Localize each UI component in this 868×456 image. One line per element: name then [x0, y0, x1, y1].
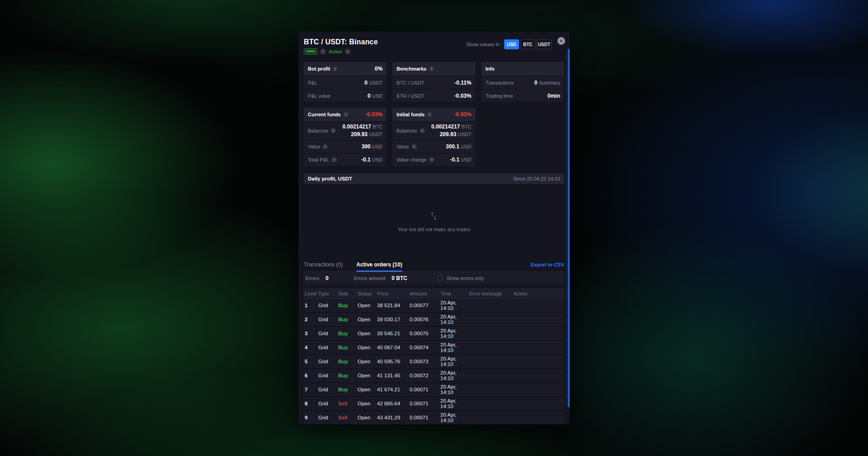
- cell-level: 4: [305, 345, 318, 350]
- modal-header: BTC / USDT: Binance GRID T Active Show v…: [304, 38, 564, 55]
- badges-row: GRID T Active: [304, 48, 378, 55]
- row-label: Total P&L: [308, 157, 337, 162]
- status-badge: Active: [329, 49, 342, 54]
- cell-price: 42 865.64: [377, 401, 410, 406]
- cell-status: Open: [358, 331, 377, 336]
- show-errors-only-label: Show errors only: [447, 276, 484, 281]
- page-title: BTC / USDT: Binance: [304, 38, 378, 46]
- currency-btc-button[interactable]: BTC: [520, 39, 535, 49]
- table-row: 9 Grid Sell Open 43 431.29 0.00071 20 Ap…: [304, 411, 564, 424]
- tab-bar: Transactions (0) Active orders (10) Expo…: [304, 258, 564, 272]
- row-label: Balances: [308, 128, 336, 133]
- cell-price: 43 431.29: [377, 415, 410, 420]
- radio-icon[interactable]: [437, 275, 443, 281]
- column-header: Price: [377, 291, 410, 296]
- cell-price: 39 030.17: [377, 317, 410, 322]
- chart-header: Daily profit, USDT Since 20.04.22 14:10: [304, 173, 564, 184]
- currency-usdt-button[interactable]: USDT: [537, 39, 552, 49]
- cell-price: 40 067.04: [377, 345, 410, 350]
- table-row: 4 Grid Buy Open 40 067.04 0.00074 20 Apr…: [304, 341, 564, 355]
- export-to-csv-link[interactable]: Export to CSV: [531, 258, 564, 271]
- show-errors-only-toggle[interactable]: Show errors only: [437, 275, 484, 281]
- card-title: Current funds: [308, 112, 349, 117]
- cell-time: 20 Apr, 14:10: [440, 328, 469, 339]
- table-row: 8 Grid Sell Open 42 865.64 0.00071 20 Ap…: [304, 397, 564, 411]
- help-icon[interactable]: [332, 66, 338, 71]
- row-value: -0.11%: [454, 80, 471, 86]
- cell-status: Open: [358, 401, 377, 406]
- cell-status: Open: [358, 303, 377, 308]
- tab-active-orders[interactable]: Active orders (10): [356, 258, 402, 271]
- cell-side: Sell: [338, 415, 358, 420]
- card-row: Transactions 0 Summary: [481, 76, 564, 89]
- cell-price: 41 674.21: [377, 387, 410, 392]
- close-icon[interactable]: [557, 37, 565, 45]
- card-row: P&L 0 USDT: [304, 76, 387, 89]
- cell-amount: 0.00076: [410, 317, 440, 322]
- row-label: Value change: [396, 157, 434, 162]
- cell-price: 39 545.21: [377, 331, 410, 336]
- help-icon[interactable]: [429, 157, 434, 162]
- info-card: Info Transactions 0 Summary Trading time…: [481, 62, 564, 102]
- cell-level: 7: [305, 387, 318, 392]
- card-row: Value 300.1 USD: [392, 141, 475, 153]
- column-header: Type: [318, 291, 338, 296]
- cell-type: Grid: [318, 303, 338, 308]
- table-row: 1 Grid Buy Open 38 521.84 0.00077 20 Apr…: [304, 299, 564, 313]
- table-row: 2 Grid Buy Open 39 030.17 0.00076 20 Apr…: [304, 313, 564, 327]
- table-row: 6 Grid Buy Open 41 131.45 0.00072 20 Apr…: [304, 369, 564, 383]
- initial-funds-percent: -0.03%: [454, 111, 472, 118]
- scrollbar[interactable]: [568, 49, 570, 407]
- cell-type: Grid: [318, 415, 338, 420]
- row-label: Value: [308, 144, 328, 149]
- row-label: ETH / USDT: [396, 93, 424, 99]
- cell-level: 9: [305, 415, 318, 420]
- summary-link[interactable]: Summary: [539, 80, 560, 86]
- help-icon[interactable]: [427, 112, 432, 117]
- cell-level: 1: [305, 303, 318, 308]
- row-value: -0.1 USD: [450, 157, 471, 163]
- benchmarks-card: Benchmarks BTC / USDT -0.11% ETH / USDT …: [392, 62, 475, 102]
- help-icon[interactable]: [343, 112, 349, 117]
- cell-status: Open: [358, 415, 377, 420]
- cell-level: 6: [305, 373, 318, 378]
- help-icon[interactable]: [420, 128, 425, 133]
- table-row: 5 Grid Buy Open 40 595.76 0.00073 20 Apr…: [304, 355, 564, 369]
- help-icon[interactable]: [322, 144, 328, 149]
- currency-usd-button[interactable]: USD: [504, 39, 519, 49]
- card-row: Value 300 USD: [304, 141, 387, 153]
- header-right: Show values in USD BTC USDT: [466, 39, 564, 49]
- errors-amount-label: Errors amount: [354, 276, 386, 281]
- cell-type: Grid: [318, 401, 338, 406]
- current-funds-card: Current funds -0.03% Balances 0.00214217…: [304, 108, 387, 166]
- card-title: Initial funds: [396, 112, 432, 117]
- column-header: Level: [305, 291, 318, 296]
- tab-transactions[interactable]: Transactions (0): [304, 258, 343, 271]
- cell-amount: 0.00074: [410, 345, 440, 350]
- card-title: Bot profit: [308, 66, 338, 71]
- cell-price: 38 521.84: [377, 303, 410, 308]
- cell-side: Buy: [338, 317, 358, 322]
- bot-profit-card: Bot profit 0% P&L 0 USDT P&L value 0 USD: [304, 62, 387, 102]
- help-icon[interactable]: [331, 157, 337, 162]
- cell-level: 3: [305, 331, 318, 336]
- cell-time: 20 Apr, 14:10: [440, 342, 469, 353]
- help-icon[interactable]: [429, 66, 434, 71]
- cell-side: Buy: [338, 345, 358, 350]
- cell-type: Grid: [318, 359, 338, 364]
- row-label: Transactions: [486, 80, 514, 86]
- cell-side: Buy: [338, 359, 358, 364]
- cell-time: 20 Apr, 14:10: [440, 356, 469, 367]
- cell-level: 8: [305, 401, 318, 406]
- cell-side: Buy: [338, 387, 358, 392]
- help-icon[interactable]: [330, 128, 336, 133]
- cell-time: 20 Apr, 14:10: [440, 314, 469, 325]
- errors-count: 0: [326, 275, 329, 281]
- cell-time: 20 Apr, 14:10: [440, 300, 469, 311]
- cell-price: 41 131.45: [377, 373, 410, 378]
- chart-since-label: Since 20.04.22 14:10: [513, 176, 560, 181]
- row-label: BTC / USDT: [396, 80, 424, 86]
- help-icon[interactable]: [411, 144, 417, 149]
- row-label: P&L value: [308, 93, 330, 99]
- help-icon[interactable]: [345, 49, 350, 54]
